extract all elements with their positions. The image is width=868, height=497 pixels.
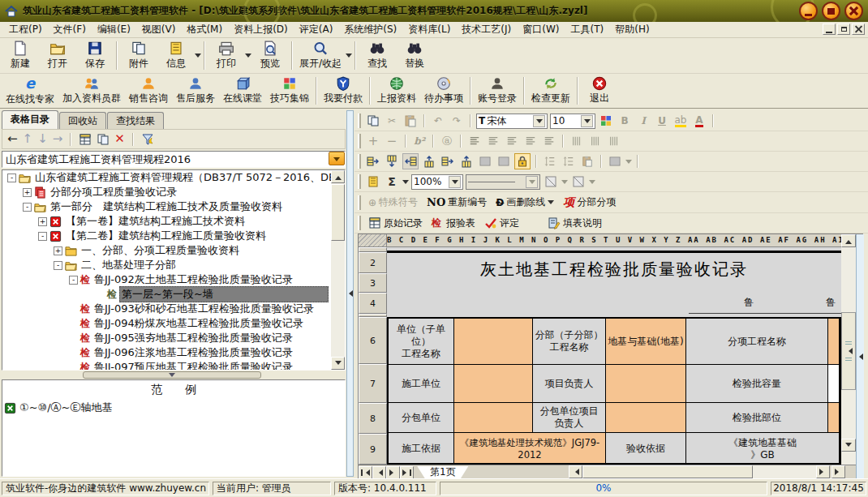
sum-button[interactable]: Σ (384, 174, 400, 190)
line-spacing-increase-button[interactable] (542, 153, 558, 169)
scroll-up-button[interactable] (331, 170, 345, 183)
tree-item[interactable]: 检鲁JJ-096注浆地基工程检验批质量验收记录 (2, 345, 345, 360)
dropdown-arrow-icon[interactable] (561, 180, 568, 187)
expand-toggle[interactable]: + (54, 246, 62, 255)
cell-subcontract-leader-label[interactable]: 分包单位项目 负责人 (533, 403, 606, 433)
mdi-minimize-button[interactable] (823, 24, 836, 35)
undo-button[interactable]: ↶ (430, 113, 446, 129)
tree-item[interactable]: -检鲁JJ-092灰土地基工程检验批质量验收记录 (2, 272, 345, 287)
last-sheet-button[interactable] (400, 466, 414, 479)
replace-button[interactable]: 替换 (396, 39, 433, 72)
combobox-dropdown-button[interactable] (329, 152, 345, 165)
cell-batch-location-label[interactable]: 检验批部位 (686, 403, 828, 433)
insert-col-left-button[interactable] (365, 153, 381, 169)
align-right-button[interactable] (522, 133, 539, 149)
right-collapse-strip[interactable] (856, 234, 864, 479)
join-group-button[interactable]: 加入资料员群 (58, 75, 125, 107)
cell-batch-capacity-label[interactable]: 检验批容量 (686, 365, 828, 403)
nav-back-icon[interactable]: ← (7, 133, 18, 145)
line-style-select[interactable] (466, 174, 540, 190)
expand-toggle[interactable]: + (23, 188, 32, 197)
tips-button[interactable]: 技巧集锦 (266, 75, 313, 107)
cell-subcontract-unit-label[interactable]: 分包单位 (389, 403, 454, 433)
maximize-button[interactable] (822, 2, 840, 20)
cell-unit-project-label[interactable]: 单位（子单位） 工程名称 (389, 319, 454, 365)
align-distribute-button[interactable] (541, 133, 557, 149)
nav-forward-icon[interactable]: → (53, 133, 63, 145)
document-body[interactable]: 灰土地基工程检验批质量验收记录 鲁 鲁 单位（子单位） 工程名称 分部（子分部）… (387, 247, 841, 465)
lock-button[interactable] (514, 153, 531, 169)
expand-collapse-dropdown[interactable] (346, 39, 352, 72)
sheet-corner-button[interactable] (831, 465, 845, 478)
scroll-left-button[interactable] (569, 465, 582, 478)
toolbar-grip[interactable] (358, 134, 361, 148)
tab-table-directory[interactable]: 表格目录 (2, 110, 58, 129)
menu-item-project[interactable]: 工程(P) (3, 21, 48, 38)
register-book-button[interactable] (365, 174, 381, 190)
scroll-down-button[interactable] (331, 357, 345, 370)
dropdown-button[interactable] (526, 176, 538, 188)
tree-item[interactable]: 检鲁JJ-095强夯地基工程检验批质量验收记录 (2, 331, 345, 345)
first-sheet-button[interactable] (359, 466, 372, 479)
tree-item[interactable]: +分部分项工程质量验收记录 (2, 185, 345, 199)
diagonal-line-button[interactable] (543, 174, 559, 190)
row-header-7[interactable]: 7 (359, 364, 387, 403)
tree-item[interactable]: +【第一卷】建筑结构工程施工技术资料 (2, 214, 345, 229)
cell-subcontract-leader-value[interactable] (606, 403, 686, 433)
cell-construction-basis-label[interactable]: 施工依据 (389, 433, 454, 465)
row-header-6[interactable]: 6 (359, 317, 387, 364)
cell-construction-unit-label[interactable]: 施工单位 (389, 365, 454, 403)
sum-dropdown-icon[interactable] (402, 180, 409, 187)
tab-recycle-bin[interactable]: 回收站 (59, 112, 106, 129)
merge-down-button[interactable] (458, 153, 475, 169)
tree-item[interactable]: 检鲁JJ-093砂和砂石地基工程检验批质量验收记录 (2, 302, 345, 316)
tree-scrollbar[interactable] (331, 170, 345, 370)
align-left-button[interactable] (485, 133, 501, 149)
scroll-right-button[interactable] (816, 465, 830, 478)
split-cell-button[interactable] (421, 153, 437, 169)
insert-col-right-button[interactable] (402, 153, 419, 169)
highlight-button[interactable]: ab (672, 113, 689, 129)
exit-button[interactable]: 退出 (581, 75, 618, 107)
document-hscrollbar[interactable] (569, 465, 830, 478)
toolbar-grip[interactable] (358, 114, 361, 128)
mdi-restore-button[interactable] (837, 24, 850, 35)
redo-button[interactable]: ↷ (449, 113, 465, 129)
bold-button[interactable]: B (617, 113, 633, 129)
standard-combobox[interactable]: 山东省建筑工程施工资料管理规程2016 (2, 151, 346, 168)
menu-item-report[interactable]: 资料上报(D) (228, 21, 294, 38)
expand-collapse-button[interactable]: 展开/收起 (295, 39, 346, 72)
expand-toggle[interactable]: + (38, 217, 47, 226)
cut-button[interactable]: ✂ (384, 113, 400, 129)
tree-item[interactable]: -二、地基处理子分部 (2, 258, 345, 272)
info-dropdown[interactable] (195, 39, 201, 72)
scroll-up-button[interactable] (841, 234, 856, 247)
align-justify-button[interactable] (466, 133, 483, 149)
strikethrough-button[interactable]: Đ画删除线 (492, 194, 557, 212)
dropdown-button[interactable] (533, 115, 545, 127)
print-button[interactable]: 打印 (208, 39, 245, 72)
upload-data-button[interactable]: 上报资料 (373, 75, 420, 107)
format-eraser-button[interactable] (579, 153, 595, 169)
account-login-button[interactable]: 账号登录 (474, 75, 521, 107)
panel-splitter-handle[interactable] (83, 371, 261, 379)
scrollbar-thumb[interactable] (331, 184, 345, 241)
filter-icon[interactable] (141, 133, 154, 146)
zoom-out-button[interactable]: − (384, 133, 400, 149)
sales-consult-button[interactable]: 销售咨询 (125, 75, 172, 107)
paste-button[interactable] (402, 113, 419, 129)
superscript-button[interactable]: b² (411, 133, 428, 149)
cell-item-name-value[interactable] (828, 319, 840, 365)
copy-button[interactable] (365, 113, 381, 129)
row-header-8[interactable]: 8 (359, 403, 387, 434)
font-name-select[interactable]: T 宋体 (476, 114, 548, 129)
inspection-form-button[interactable]: 检报验表 (428, 214, 479, 232)
cell-construction-basis-value[interactable]: 《建筑地基处理技术规范》JGJ79-2012 (454, 433, 606, 465)
cell-subsection-value[interactable]: 地基与基础(地基) (606, 319, 686, 365)
cell-subcontract-unit-value[interactable] (454, 403, 533, 433)
tab-search-results[interactable]: 查找结果 (107, 112, 164, 129)
tree-item-selected[interactable]: 检第一层~第一段~墙 (2, 287, 345, 302)
grid-corner-cell[interactable] (359, 234, 387, 246)
circled-char-button[interactable]: ⓐ (439, 133, 455, 149)
special-symbol-button[interactable]: ⊕特殊符号 (365, 194, 421, 212)
